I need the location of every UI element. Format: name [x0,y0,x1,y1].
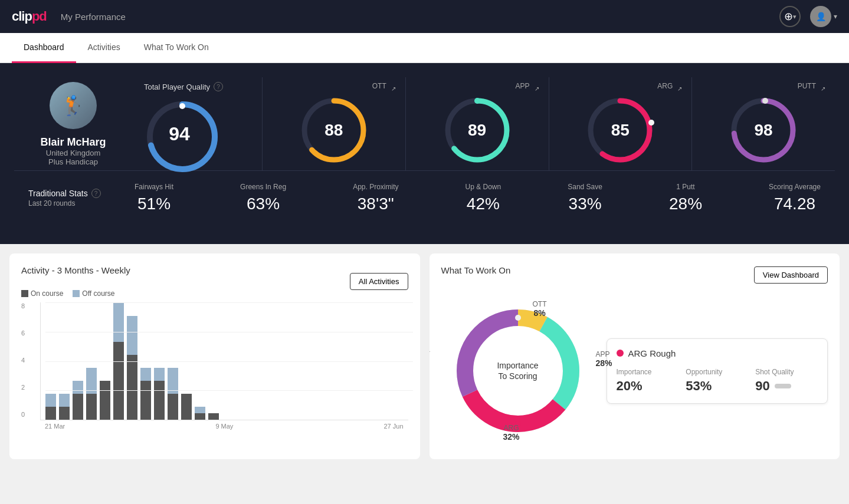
score-ott: OTT ↗ 88 [263,77,406,170]
player-country: United Kingdom [46,149,101,157]
header: clippd My Performance ⊕ ▾ 👤 ▾ [0,0,849,33]
avatar-image: 🏌️ [50,82,97,129]
wtwo-header: What To Work On View Dashboard [441,265,828,285]
putt-gauge: 98 [728,95,799,166]
nav-tabs: Dashboard Activities What To Work On [0,33,849,63]
player-info: 🏌️ Blair McHarg United Kingdom Plus Hand… [14,77,132,166]
bar-8-on [140,381,151,420]
logo-text: clippd [12,9,47,24]
legend-off-course: Off course [73,289,114,298]
bar-2 [59,394,70,420]
trad-label: Traditional Stats ? [28,189,135,198]
bar-3-off [73,381,83,394]
app-value: 89 [468,121,486,140]
bar-11 [181,394,192,420]
insight-dot [617,350,624,357]
logo-clip: clip [12,9,32,24]
hero-top: 🏌️ Blair McHarg United Kingdom Plus Hand… [14,77,835,170]
stat-app-label: App. Proximity [353,183,398,191]
bar-8-off [140,368,151,381]
app-donut-label: APP [595,350,612,358]
chart-container: 0 2 4 6 8 [21,302,408,430]
x-label-jun: 27 Jun [383,423,403,430]
app-label-row: APP ↗ [415,82,539,95]
bar-2-on [59,407,70,420]
bar-4-on [86,394,97,420]
tpq-label-row: Total Player Quality ? [144,82,223,91]
player-avatar: 🏌️ [50,82,97,129]
stat-fairways-value: 51% [137,195,171,213]
bar-7-off [127,316,137,355]
tab-activities[interactable]: Activities [76,33,132,63]
gridline-2 [45,390,413,391]
add-button[interactable]: ⊕ ▾ [779,6,801,27]
gridline-8 [45,302,413,303]
putt-value: 98 [755,121,773,140]
user-avatar[interactable]: 👤 [810,6,831,27]
avatar-figure: 🏌️ [61,94,85,117]
trad-label-col: Traditional Stats ? Last 20 rounds [28,189,135,207]
stat-items: Fairways Hit 51% Greens In Reg 63% App. … [135,183,821,213]
chart-title-section: Activity - 3 Months - Weekly On course O… [21,265,130,298]
y-label-0: 0 [21,411,25,418]
bar-1-off [45,394,56,407]
bar-12 [195,407,205,420]
insight-importance: Importance 20% [617,368,679,394]
gridline-6 [45,332,413,332]
donut-label-app: APP 28% [595,350,612,368]
hero-section: 🏌️ Blair McHarg United Kingdom Plus Hand… [0,63,849,244]
legend-off-dot [73,290,80,297]
stat-greens-value: 63% [247,195,280,213]
bar-9-off [154,368,165,381]
svg-point-20 [568,368,574,374]
trad-info-icon[interactable]: ? [91,189,101,198]
y-label-4: 4 [21,357,25,364]
bar-11-on [181,394,192,420]
bar-13-on [208,413,219,420]
insight-shot-quality: Shot Quality 90 [755,368,818,394]
ott-value: 88 [324,121,343,140]
arg-label: ARG [657,82,673,90]
score-arg: ARG ↗ 85 [549,77,693,170]
bottom-panels: Activity - 3 Months - Weekly On course O… [0,244,849,469]
ott-label-row: OTT ↗ [272,82,396,95]
header-title: My Performance [61,12,126,22]
insight-card: ARG Rough Importance 20% Opportunity 53%… [607,338,828,404]
stat-up-down: Up & Down 42% [466,183,501,213]
bar-1 [45,394,56,420]
bar-6-on [113,342,124,420]
stat-one-putt: 1 Putt 28% [669,183,702,213]
donut-container: ImportanceTo Scoring OTT 8% APP 28% ARG … [441,294,595,447]
svg-point-2 [179,103,185,109]
svg-point-19 [515,315,521,321]
stat-greens-label: Greens In Reg [240,183,286,191]
legend-off-label: Off course [82,289,114,298]
bar-12-off [195,407,205,413]
app-label: APP [515,82,529,90]
all-activities-button[interactable]: All Activities [350,273,408,290]
donut-center-label: ImportanceTo Scoring [497,360,538,381]
bar-2-off [59,394,70,407]
svg-point-13 [762,98,768,104]
x-axis-labels: 21 Mar 9 May 27 Jun [40,420,408,430]
stat-scoring-label: Scoring Average [769,183,821,191]
traditional-stats: Traditional Stats ? Last 20 rounds Fairw… [14,170,835,225]
app-gauge: 89 [442,95,513,166]
stat-app-value: 38'3" [358,195,394,213]
wtwo-panel: What To Work On View Dashboard [430,253,840,459]
putt-donut-label: PUTT [430,350,430,358]
score-app: APP ↗ 89 [406,77,549,170]
tpq-section: Total Player Quality ? 94 [132,77,262,170]
y-axis: 0 2 4 6 8 [21,302,25,420]
view-dashboard-button[interactable]: View Dashboard [754,266,828,284]
avatar-section[interactable]: 👤 ▾ [810,6,837,27]
donut-label-ott: OTT 8% [533,300,547,318]
ott-donut-value: 8% [533,308,547,318]
tab-dashboard[interactable]: Dashboard [12,33,76,63]
trad-sublabel: Last 20 rounds [28,199,135,207]
stat-updown-label: Up & Down [466,183,501,191]
tab-what-to-work-on[interactable]: What To Work On [132,33,221,63]
tpq-info-icon[interactable]: ? [214,82,223,91]
app-trend: ↗ [535,85,539,92]
x-label-mar: 21 Mar [45,423,65,430]
